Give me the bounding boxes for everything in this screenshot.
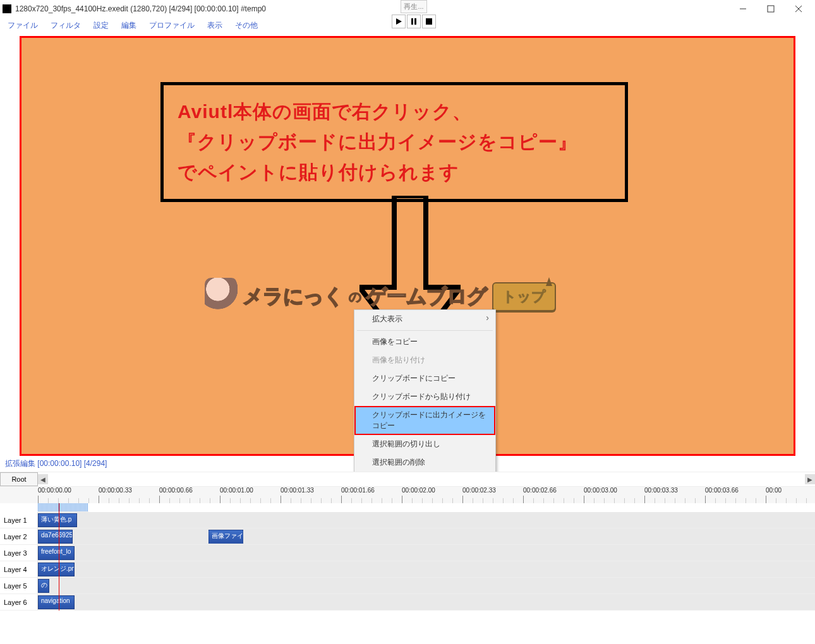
logo-text-1: メラにっく: [243, 283, 344, 311]
playback-controls: 再生...: [392, 0, 436, 28]
annotation-line-2: 『クリップボードに出力イメージをコピー』: [178, 127, 611, 157]
menu-file[interactable]: ファイル: [3, 19, 43, 32]
timeline-clip[interactable]: 画像ファイ: [208, 530, 243, 544]
layer-track[interactable]: オレンジ.pn: [38, 561, 815, 577]
close-button[interactable]: [785, 0, 812, 18]
layer-track[interactable]: の: [38, 578, 815, 593]
timeline-clip[interactable]: の: [38, 579, 49, 593]
timeline-clip[interactable]: 薄い黄色.p: [38, 513, 77, 527]
timeline-ruler[interactable]: 00:00:00.0000:00:00.3300:00:00.6600:00:0…: [0, 487, 815, 503]
svg-rect-1: [768, 6, 774, 12]
annotation-line-3: でペイントに貼り付けられます: [178, 157, 611, 188]
stop-button[interactable]: [422, 15, 436, 28]
logo-text-2: ゲームブログ: [366, 283, 487, 311]
layer-row[interactable]: Layer 2da7e66925画像ファイ: [0, 528, 815, 545]
ruler-tick: 00:00:01.33: [281, 487, 314, 494]
ruler-tick: 00:00:03.00: [584, 487, 617, 494]
logo-no: の: [349, 289, 361, 306]
menu-settings[interactable]: 設定: [88, 19, 114, 32]
ruler-tick: 00:00:03.66: [705, 487, 739, 494]
layer-label[interactable]: Layer 2: [0, 528, 38, 544]
ctx-copy-image[interactable]: 画像をコピー: [354, 333, 495, 351]
menu-profile[interactable]: プロファイル: [144, 19, 200, 32]
menu-filter[interactable]: フィルタ: [45, 19, 86, 32]
layer-row[interactable]: Layer 3freefont_lo: [0, 545, 815, 561]
annotation-line-1: Aviutl本体の画面で右クリック、: [178, 97, 611, 127]
layer-label[interactable]: Layer 3: [0, 545, 38, 561]
pause-button[interactable]: [407, 15, 421, 28]
window-title: 1280x720_30fps_44100Hz.exedit (1280,720)…: [15, 4, 266, 13]
logo-avatar: [205, 278, 238, 316]
ctx-copy-clipboard[interactable]: クリップボードにコピー: [354, 369, 495, 388]
playback-label: 再生...: [401, 0, 426, 13]
timeline-clip[interactable]: freefont_lo: [38, 546, 75, 560]
play-button[interactable]: [392, 15, 406, 28]
ruler-tick: 00:00:00.00: [38, 487, 71, 494]
ruler-tick: 00:00:02.66: [523, 487, 557, 494]
maximize-button[interactable]: [757, 0, 785, 18]
layer-track[interactable]: freefont_lo: [38, 545, 815, 561]
timeline-root[interactable]: Root: [0, 472, 38, 486]
layer-label[interactable]: Layer 5: [0, 578, 38, 593]
annotation-box: Aviutl本体の画面で右クリック、 『クリップボードに出力イメージをコピー』 …: [160, 82, 628, 202]
timeline-hscroll[interactable]: ◀ ▶: [38, 472, 815, 486]
ctx-paste-image[interactable]: 画像を貼り付け: [354, 351, 495, 369]
timeline-cursor[interactable]: [59, 503, 59, 611]
timeline-clip[interactable]: オレンジ.pn: [38, 563, 75, 576]
minimize-button[interactable]: [729, 0, 757, 18]
menu-edit[interactable]: 編集: [116, 19, 142, 32]
ruler-tick: 00:00:02.00: [402, 487, 435, 494]
ruler-tick: 00:00:00.66: [159, 487, 193, 494]
layer-label[interactable]: Layer 4: [0, 561, 38, 577]
scroll-left-icon[interactable]: ◀: [38, 474, 48, 484]
layer-row[interactable]: Layer 4オレンジ.pn: [0, 561, 815, 578]
layer-track[interactable]: da7e66925画像ファイ: [38, 528, 815, 544]
scroll-right-icon[interactable]: ▶: [805, 474, 815, 484]
layer-row[interactable]: Layer 6navigation: [0, 594, 815, 611]
layer-label[interactable]: Layer 1: [0, 512, 38, 528]
layer-track[interactable]: 薄い黄色.p: [38, 512, 815, 528]
ruler-tick: 00:00:03.33: [644, 487, 678, 494]
timeline-audiowave: [38, 503, 88, 512]
layer-row[interactable]: Layer 5の: [0, 578, 815, 594]
svg-rect-5: [411, 18, 413, 25]
svg-rect-7: [426, 18, 432, 25]
ruler-tick: 00:00: [766, 487, 782, 494]
menu-view[interactable]: 表示: [202, 19, 227, 32]
ctx-delete-selection[interactable]: 選択範囲の削除: [354, 453, 495, 472]
ruler-tick: 00:00:00.33: [99, 487, 132, 494]
layer-track[interactable]: navigation: [38, 594, 815, 610]
layer-row[interactable]: Layer 1薄い黄色.p: [0, 512, 815, 528]
ruler-tick: 00:00:01.00: [220, 487, 253, 494]
timeline: Root ◀ ▶ 00:00:00.0000:00:00.3300:00:00.…: [0, 472, 815, 611]
ruler-tick: 00:00:02.33: [462, 487, 496, 494]
svg-rect-6: [414, 18, 416, 25]
app-icon: [3, 4, 11, 13]
svg-marker-4: [396, 18, 402, 25]
layer-label[interactable]: Layer 6: [0, 594, 38, 610]
ctx-paste-clipboard[interactable]: クリップボードから貼り付け: [354, 388, 495, 406]
timeline-clip[interactable]: navigation: [38, 595, 75, 609]
logo-badge: トップ: [492, 282, 556, 311]
timeline-clip[interactable]: da7e66925: [38, 530, 73, 544]
ctx-zoom[interactable]: 拡大表示: [354, 310, 495, 328]
ctx-copy-output-image[interactable]: クリップボードに出力イメージをコピー: [354, 406, 495, 435]
ctx-sep: [357, 330, 493, 331]
ruler-tick: 00:00:01.66: [341, 487, 375, 494]
menu-other[interactable]: その他: [230, 19, 263, 32]
ctx-cut-selection[interactable]: 選択範囲の切り出し: [354, 435, 495, 453]
